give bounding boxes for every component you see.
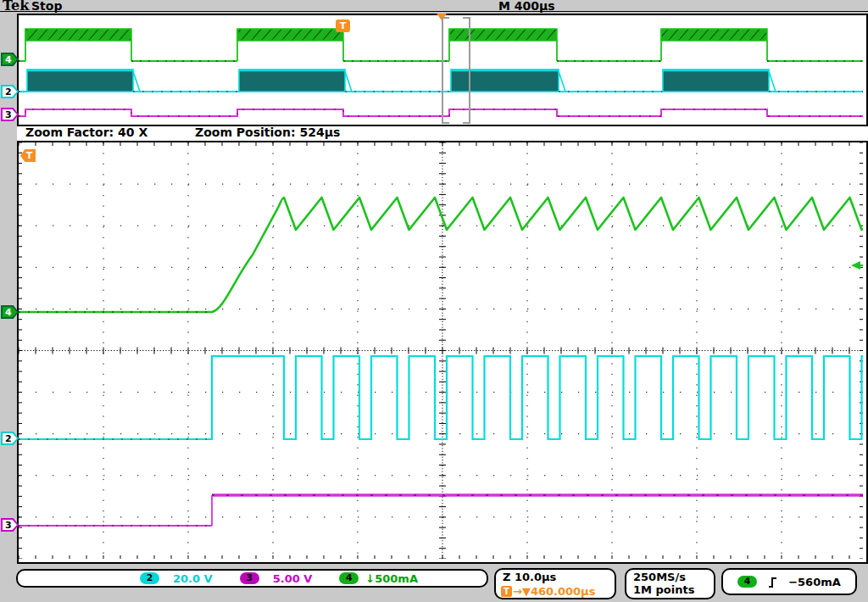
- zoom-window-right-bracket[interactable]: [463, 17, 470, 124]
- zoom-window-left-bracket[interactable]: [442, 17, 449, 124]
- ov-ch4-burst: [237, 29, 343, 41]
- ch2-scale-value: 20.0 V: [173, 572, 213, 585]
- ov-ch2-block: [27, 70, 133, 92]
- trigger-t-icon: T: [501, 586, 512, 597]
- ov-ch4-burst: [25, 29, 131, 41]
- zoom-timebase-readout: Z 10.0µs T→▼460.000µs: [494, 568, 616, 599]
- ch4-scale-value: ↓500mA: [365, 572, 418, 585]
- ch3-badge: 3: [240, 572, 259, 584]
- main-ch2-marker[interactable]: 2: [1, 432, 19, 445]
- ch2-trace: [19, 356, 863, 439]
- ch4-ref-arrow: [851, 261, 860, 270]
- acquisition-readout: 250MS/s 1M points: [625, 568, 715, 599]
- ch4-trace: [19, 198, 863, 312]
- ov-ch4-burst: [661, 29, 767, 41]
- ch3-scale-value: 5.00 V: [273, 572, 313, 585]
- trigger-time-readout: T→▼460.000µs: [501, 585, 595, 598]
- zoom-factor-readout: Zoom Factor: 40 X: [25, 125, 147, 139]
- overview-waveforms: [19, 15, 863, 121]
- trigger-position-badge[interactable]: T: [336, 20, 350, 32]
- overview-ch3-marker[interactable]: 3: [1, 108, 19, 121]
- sample-rate-value: 250MS/s: [633, 571, 714, 583]
- trigger-time-value: →▼460.000µs: [513, 585, 595, 598]
- rising-edge-icon: [768, 576, 777, 588]
- trigger-level-value: −560mA: [788, 576, 841, 588]
- zoom-position-readout: Zoom Position: 524µs: [195, 125, 340, 139]
- ch2-badge: 2: [140, 572, 159, 584]
- ov-ch2-block: [239, 70, 345, 92]
- zoomed-waveforms: [19, 142, 863, 559]
- trigger-source-badge: 4: [737, 576, 757, 588]
- zoom-info-bar: Zoom Factor: 40 X Zoom Position: 524µs: [17, 126, 868, 141]
- oscilloscope-screen: { "header": { "logo": "Tek", "status": "…: [0, 0, 868, 602]
- ov-ch3-trace: [19, 109, 863, 116]
- ch4-badge: 4: [339, 572, 359, 584]
- overview-ch2-marker[interactable]: 2: [1, 85, 19, 98]
- record-length-value: 1M points: [633, 583, 714, 596]
- overview-ch4-marker[interactable]: 4: [1, 53, 19, 66]
- zoomed-waveform-panel: [17, 141, 868, 564]
- main-ch3-marker[interactable]: 3: [1, 518, 19, 532]
- zoom-scale-value: Z 10.0µs: [503, 571, 556, 583]
- header-divider: [0, 11, 868, 12]
- trigger-readout: 4 −560mA: [721, 568, 857, 595]
- ov-ch2-block: [663, 70, 769, 92]
- channel-scale-readouts: 2 20.0 V 3 5.00 V 4 ↓500mA: [16, 569, 488, 588]
- main-ch4-marker[interactable]: 4: [1, 305, 19, 319]
